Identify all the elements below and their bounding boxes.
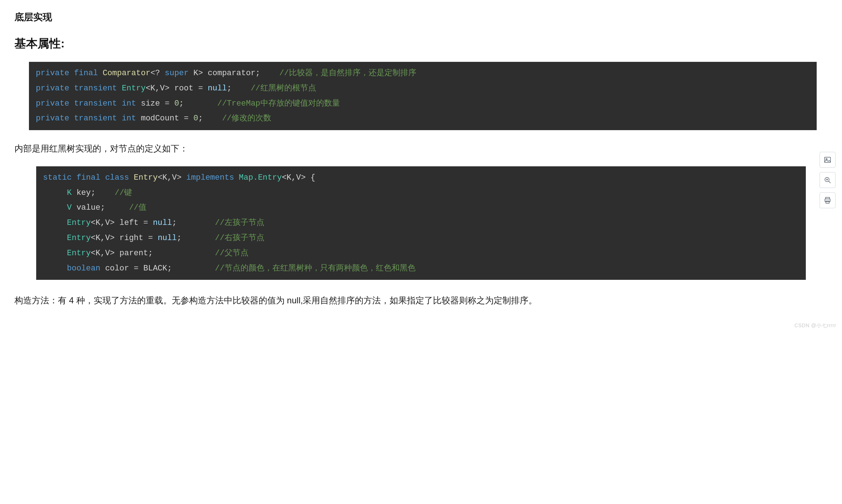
type: K: [67, 188, 72, 197]
type: Comparator: [103, 69, 150, 78]
kw: private: [36, 84, 69, 93]
zoom-in-button[interactable]: [820, 172, 835, 188]
sym: <K,V>: [91, 218, 115, 227]
kw: super: [165, 69, 188, 78]
comment: //右孩子节点: [215, 234, 264, 243]
ident: root =: [174, 84, 203, 93]
watermark: CSDN @小七rrrrr: [794, 323, 836, 329]
ident: comparator;: [208, 69, 260, 78]
num: 0: [194, 114, 198, 123]
sym: ;: [198, 114, 203, 123]
kw: int: [122, 114, 136, 123]
null: null: [208, 84, 227, 93]
comment: //键: [115, 188, 132, 197]
kw: final: [76, 173, 100, 182]
kw: int: [122, 99, 136, 108]
code-block-properties: private final Comparator<? super K> comp…: [29, 62, 817, 130]
print-button[interactable]: [820, 192, 835, 208]
paragraph-constructor: 构造方法：有 4 种，实现了方法的重载。无参构造方法中比较器的值为 null,采…: [14, 292, 828, 309]
kw: class: [105, 173, 129, 182]
ident: right =: [119, 234, 153, 243]
type: Entry: [134, 173, 158, 182]
sym: <?: [150, 69, 160, 78]
comment: //红黑树的根节点: [251, 84, 316, 93]
ident: left =: [119, 218, 148, 227]
subsection-title: 基本属性:: [14, 36, 828, 52]
code-block-entry: static final class Entry<K,V> implements…: [36, 166, 806, 280]
kw: boolean: [67, 264, 100, 273]
svg-rect-8: [826, 201, 829, 203]
null: null: [153, 218, 172, 227]
section-title: 底层实现: [14, 11, 828, 24]
kw: private: [36, 99, 69, 108]
side-toolbar: [820, 152, 837, 208]
image-tool-button[interactable]: [820, 152, 835, 168]
ident: value;: [76, 203, 105, 212]
image-icon: [824, 156, 832, 164]
ident: color = BLACK;: [105, 264, 172, 273]
zoom-in-icon: [824, 176, 832, 184]
kw: transient: [74, 84, 117, 93]
comment: //比较器，是自然排序，还是定制排序: [279, 69, 416, 78]
kw: static: [43, 173, 72, 182]
type: Map.Entry: [239, 173, 282, 182]
kw: final: [74, 69, 98, 78]
print-icon: [824, 196, 832, 204]
num: 0: [174, 99, 179, 108]
kw: private: [36, 69, 69, 78]
ident: modCount =: [141, 114, 188, 123]
comment: //父节点: [215, 249, 248, 258]
sym: <K,V>: [282, 173, 306, 182]
ident: size =: [141, 99, 169, 108]
kw: private: [36, 114, 69, 123]
sym: ;: [179, 99, 184, 108]
comment: //值: [129, 203, 146, 212]
comment: //节点的颜色，在红黑树种，只有两种颜色，红色和黑色: [215, 264, 415, 273]
sym: ;: [172, 218, 177, 227]
sym: {: [310, 173, 315, 182]
sym: <K,V>: [91, 234, 115, 243]
type: Entry: [67, 234, 91, 243]
kw: transient: [74, 99, 117, 108]
sym: ;: [177, 234, 182, 243]
sym: <K,V>: [158, 173, 182, 182]
sym: ;: [227, 84, 231, 93]
paragraph-node-def: 内部是用红黑树实现的，对节点的定义如下：: [14, 140, 828, 157]
type: Entry: [67, 218, 91, 227]
type: Entry: [122, 84, 146, 93]
type: V: [67, 203, 72, 212]
comment: //修改的次数: [222, 114, 271, 123]
sym: K>: [194, 69, 203, 78]
sym: <K,V>: [146, 84, 170, 93]
comment: //左孩子节点: [215, 218, 264, 227]
kw: implements: [186, 173, 234, 182]
sym: <K,V>: [91, 249, 115, 258]
svg-rect-0: [825, 157, 831, 163]
null: null: [158, 234, 177, 243]
svg-line-3: [829, 181, 830, 183]
kw: transient: [74, 114, 117, 123]
comment: //TreeMap中存放的键值对的数量: [217, 99, 340, 108]
type: Entry: [67, 249, 91, 258]
ident: key;: [76, 188, 95, 197]
ident: parent;: [119, 249, 153, 258]
